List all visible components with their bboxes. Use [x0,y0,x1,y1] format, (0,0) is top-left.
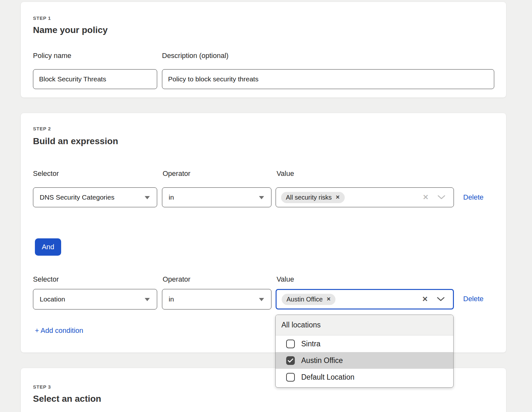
clear-values-icon[interactable]: ✕ [423,194,429,201]
value-column-label: Value [277,169,294,178]
chevron-down-icon[interactable] [438,195,445,200]
delete-condition-button[interactable]: Delete [463,193,484,202]
value-chip: Austin Office ✕ [282,294,335,305]
option-label: Sintra [301,340,320,348]
selector-value: DNS Security Categories [40,194,114,201]
dropdown-arrow-icon [259,196,264,199]
and-button[interactable]: And [35,238,61,256]
operator-dropdown[interactable]: in [162,187,271,207]
description-input[interactable] [162,69,494,89]
step2-label: STEP 2 [33,126,51,131]
delete-condition-button[interactable]: Delete [463,295,484,303]
operator-column-label: Operator [163,275,190,284]
step1-label: STEP 1 [33,15,51,21]
remove-chip-icon[interactable]: ✕ [326,297,331,302]
chevron-down-icon[interactable] [437,297,445,301]
dropdown-arrow-icon [145,298,150,301]
add-condition-link[interactable]: + Add condition [35,326,83,335]
dropdown-arrow-icon [145,196,150,199]
step3-label: STEP 3 [33,384,51,390]
value-column-label: Value [277,275,294,284]
location-option-default-location[interactable]: Default Location [276,369,453,385]
operator-value: in [169,194,174,201]
dropdown-group-header: All locations [276,315,453,335]
checkmark-icon [288,358,293,363]
checkbox[interactable] [286,340,295,348]
selector-dropdown[interactable]: Location [33,289,157,309]
value-multiselect[interactable]: Austin Office ✕ ✕ [276,289,454,309]
step1-card: STEP 1 Name your policy Policy name Desc… [20,2,506,98]
selector-dropdown[interactable]: DNS Security Categories [33,187,157,207]
value-chip: All security risks ✕ [281,192,345,203]
selector-value: Location [40,295,65,303]
dropdown-arrow-icon [259,298,264,301]
step3-title: Select an action [33,394,101,404]
checkbox[interactable] [286,373,295,382]
step1-title: Name your policy [33,25,108,35]
location-options-dropdown: All locations Sintra Austin Office Defau… [275,315,454,388]
policy-name-input[interactable] [33,69,157,89]
checkbox[interactable] [286,356,295,365]
clear-values-icon[interactable]: ✕ [422,296,428,303]
selector-column-label: Selector [33,275,59,284]
operator-column-label: Operator [163,169,190,178]
value-multiselect[interactable]: All security risks ✕ ✕ [276,187,454,207]
description-label: Description (optional) [162,52,229,60]
location-option-sintra[interactable]: Sintra [276,335,453,352]
location-option-austin-office[interactable]: Austin Office [276,352,453,369]
chip-label: All security risks [286,194,332,201]
remove-chip-icon[interactable]: ✕ [335,195,340,200]
chip-label: Austin Office [286,296,323,303]
policy-name-label: Policy name [33,52,71,60]
selector-column-label: Selector [33,169,59,178]
step2-title: Build an expression [33,136,118,146]
option-label: Austin Office [301,356,343,365]
option-label: Default Location [301,373,354,382]
operator-dropdown[interactable]: in [162,289,271,309]
operator-value: in [169,295,174,303]
